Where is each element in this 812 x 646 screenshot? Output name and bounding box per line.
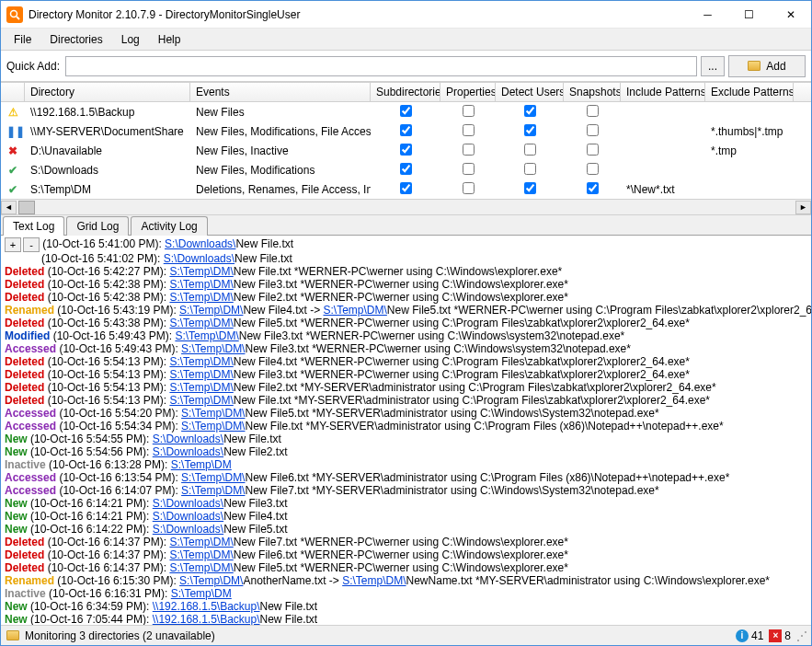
log-path-link[interactable]: S:\Temp\DM\ [179,304,243,317]
event-label: Deleted [5,317,44,329]
log-path-link[interactable]: S:\Temp\DM\ [169,394,233,407]
log-path-link[interactable]: S:\Downloads\ [153,510,223,523]
add-button[interactable]: Add [728,55,806,77]
grid-hscrollbar[interactable]: ◄ ► [1,199,811,214]
log-path-link[interactable]: S:\Temp\DM\ [169,265,233,278]
log-path-link[interactable]: S:\Temp\DM\ [179,574,243,587]
event-label: Accessed [5,484,56,497]
maximize-button[interactable]: ☐ [728,1,770,28]
quick-add-input[interactable] [65,56,697,76]
scroll-left-icon[interactable]: ◄ [1,201,17,214]
col-exclude[interactable]: Exclude Patterns [705,83,794,101]
log-path-link[interactable]: S:\Temp\DM\ [169,368,233,381]
snap-checkbox[interactable] [587,163,599,175]
sub-checkbox[interactable] [400,163,412,175]
log-path-link[interactable]: S:\Temp\DM\ [181,407,245,420]
log-path-link[interactable]: S:\Temp\DM\ [169,536,233,548]
expand-button[interactable]: + [5,237,21,252]
log-line: New (10-Oct-16 6:34:59 PM): \\192.168.1.… [5,600,811,613]
log-path-link[interactable]: S:\Temp\DM\ [169,548,233,561]
log-path-link[interactable]: S:\Downloads\ [153,445,223,458]
text-log-area[interactable]: +- (10-Oct-16 5:41:00 PM): S:\Downloads\… [1,236,811,625]
detect-checkbox[interactable] [524,182,536,194]
info-badge[interactable]: i 41 [736,629,763,642]
menu-log[interactable]: Log [112,30,149,49]
tab-activity-log[interactable]: Activity Log [131,216,207,236]
tab-grid-log[interactable]: Grid Log [66,216,129,236]
log-path-link[interactable]: S:\Temp\DM\ [169,355,233,368]
sub-checkbox[interactable] [400,182,412,194]
detect-checkbox[interactable] [524,144,536,156]
table-row[interactable]: ❚❚\\MY-SERVER\DocumentShareNew Files, Mo… [1,121,811,141]
log-path-link[interactable]: S:\Downloads\ [153,523,223,536]
event-label: Deleted [5,368,44,381]
log-path-link[interactable]: S:\Temp\DM\ [169,291,233,304]
log-line: New (10-Oct-16 5:54:56 PM): S:\Downloads… [5,445,811,458]
collapse-button[interactable]: - [23,237,40,252]
sub-checkbox[interactable] [400,124,412,136]
resize-grip[interactable]: ⋰ [796,629,806,642]
col-detect-users[interactable]: Detect Users [496,83,564,101]
col-events[interactable]: Events [190,83,371,101]
col-properties[interactable]: Properties [440,83,496,101]
menu-file[interactable]: File [5,30,40,49]
log-path-link[interactable]: S:\Downloads\ [153,497,223,510]
table-row[interactable]: ⚠\\192.168.1.5\BackupNew Files [1,102,811,121]
snap-checkbox[interactable] [587,105,599,117]
menu-directories[interactable]: Directories [40,30,111,49]
status-icon: ❚❚ [1,125,25,138]
log-path-link[interactable]: S:\Temp\DM\ [169,317,233,329]
log-path-link[interactable]: S:\Temp\DM [171,587,232,600]
sub-checkbox[interactable] [400,144,412,156]
prop-checkbox[interactable] [463,163,475,175]
prop-checkbox[interactable] [463,182,475,194]
log-path-link[interactable]: S:\Temp\DM\ [181,484,245,497]
log-path-link[interactable]: S:\Temp\DM\ [169,381,233,394]
log-path-link[interactable]: S:\Temp\DM\ [181,471,245,484]
status-icon: ✔ [1,164,25,177]
log-path-link[interactable]: S:\Temp\DM\ [169,561,233,574]
quick-add-bar: Quick Add: ... Add [1,51,811,82]
minimize-button[interactable]: ─ [687,1,728,28]
snap-checkbox[interactable] [587,124,599,136]
tab-text-log[interactable]: Text Log [3,216,64,236]
snap-checkbox[interactable] [587,144,599,156]
table-row[interactable]: ✔S:\Temp\DMDeletions, Renames, File Acce… [1,179,811,199]
scroll-thumb[interactable] [18,201,35,214]
col-directory[interactable]: Directory [25,83,190,101]
table-row[interactable]: ✖D:\UnavailableNew Files, Inactive*.tmp [1,141,811,160]
log-line: Deleted (10-Oct-16 5:54:13 PM): S:\Temp\… [5,355,811,368]
col-status[interactable] [1,83,25,101]
browse-button[interactable]: ... [701,56,725,76]
detect-checkbox[interactable] [524,163,536,175]
log-path-link[interactable]: S:\Downloads\ [165,237,235,250]
log-path-link[interactable]: S:\Temp\DM\ [323,304,386,317]
log-path-link[interactable]: S:\Temp\DM\ [175,329,238,342]
log-path-link[interactable]: S:\Temp\DM\ [181,420,245,433]
col-subdirectories[interactable]: Subdirectories [371,83,440,101]
prop-checkbox[interactable] [463,124,475,136]
close-button[interactable]: ✕ [770,1,811,28]
log-path-link[interactable]: \\192.168.1.5\Backup\ [153,613,260,625]
col-snapshots[interactable]: Snapshots [564,83,621,101]
col-include[interactable]: Include Patterns [621,83,705,101]
scroll-right-icon[interactable]: ► [795,201,811,214]
detect-checkbox[interactable] [524,105,536,117]
event-label: Modified [5,329,50,342]
menu-help[interactable]: Help [149,30,190,49]
prop-checkbox[interactable] [463,105,475,117]
error-badge[interactable]: × 8 [769,629,791,642]
detect-checkbox[interactable] [524,124,536,136]
log-path-link[interactable]: S:\Temp\DM\ [342,574,406,587]
log-path-link[interactable]: \\192.168.1.5\Backup\ [153,600,260,613]
log-path-link[interactable]: S:\Downloads\ [164,252,234,265]
log-path-link[interactable]: S:\Temp\DM\ [169,278,233,291]
log-path-link[interactable]: S:\Temp\DM [171,458,232,471]
snap-checkbox[interactable] [587,182,599,194]
status-text: Monitoring 3 directories (2 unavailable) [25,629,215,642]
table-row[interactable]: ✔S:\DownloadsNew Files, Modifications [1,160,811,179]
prop-checkbox[interactable] [463,144,475,156]
log-path-link[interactable]: S:\Downloads\ [153,433,223,445]
sub-checkbox[interactable] [400,105,412,117]
log-path-link[interactable]: S:\Temp\DM\ [181,342,245,355]
